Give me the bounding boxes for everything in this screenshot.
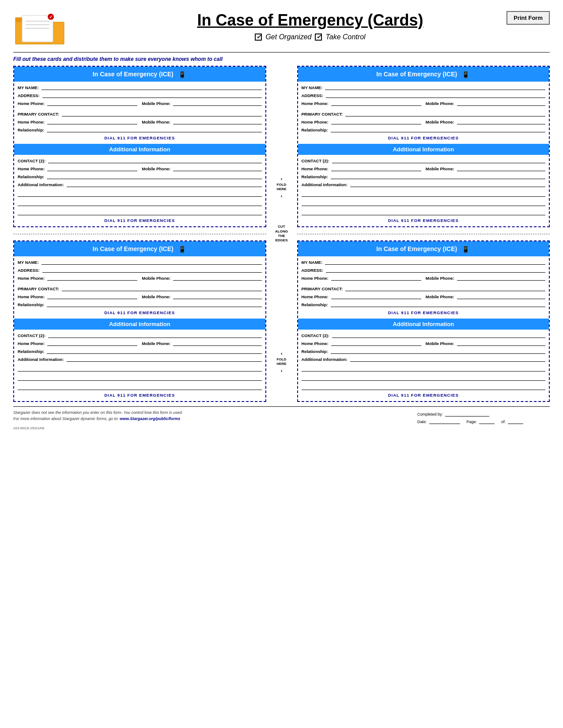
primary-contact-label-2: PRIMARY CONTACT: (302, 112, 343, 116)
pc-home-input-4[interactable] (331, 293, 421, 299)
pc-home-input-3[interactable] (47, 293, 137, 299)
name-label-1: MY NAME: (18, 85, 39, 90)
address-input-2[interactable] (326, 92, 545, 98)
blank-line-4b[interactable] (302, 373, 546, 381)
add-info-field-row-2: Additional Information: (302, 181, 546, 187)
c2-relationship-input-1[interactable] (47, 173, 261, 179)
address-input-3[interactable] (42, 266, 262, 273)
add-info-field-input-1[interactable] (67, 181, 262, 187)
home-phone-part-1: Home Phone: (18, 100, 137, 106)
mobile-phone-input-3[interactable] (173, 274, 261, 281)
contact2-input-1[interactable] (48, 157, 261, 163)
contact2-input-2[interactable] (332, 157, 545, 163)
cards-grid: In Case of Emergency (ICE) 📱 MY NAME: AD… (13, 66, 550, 402)
blank-line-3c[interactable] (18, 382, 262, 390)
relationship-input-2[interactable] (331, 126, 545, 132)
pc-mobile-input-1[interactable] (173, 118, 261, 124)
blank-line-3a[interactable] (18, 364, 262, 372)
name-input-2[interactable] (325, 84, 545, 90)
blank-line-3b[interactable] (18, 373, 262, 381)
add-info-field-input-3[interactable] (67, 356, 262, 362)
mobile-phone-part-4: Mobile Phone: (426, 274, 545, 281)
home-phone-input-2[interactable] (331, 100, 421, 106)
c2-mobile-input-1[interactable] (173, 165, 261, 171)
print-button[interactable]: Print Form (506, 11, 550, 25)
c2-mobile-part-2: Mobile Phone: (426, 165, 545, 171)
fold-marker-bottom: ‹ FOLDHERE › (276, 351, 286, 373)
add-info-field-label-4: Additional Information: (302, 357, 348, 362)
c2-mobile-input-4[interactable] (457, 340, 545, 346)
top-row: In Case of Emergency (ICE) 📱 MY NAME: AD… (13, 66, 550, 227)
contact2-input-4[interactable] (332, 332, 545, 338)
contact2-input-3[interactable] (48, 332, 261, 338)
c2-mobile-input-2[interactable] (457, 165, 545, 171)
contact2-row-1: CONTACT (2): (18, 157, 262, 163)
add-info-field-input-4[interactable] (350, 356, 545, 362)
relationship-input-1[interactable] (47, 126, 261, 132)
c2-home-input-3[interactable] (47, 340, 137, 346)
pc-mobile-part-4: Mobile Phone: (426, 293, 545, 299)
pc-home-part-3: Home Phone: (18, 293, 137, 299)
primary-contact-input-2[interactable] (345, 110, 545, 116)
pc-mobile-input-3[interactable] (173, 293, 261, 299)
disclaimer-text: Stargazer does not see the information y… (13, 410, 183, 415)
primary-contact-input-1[interactable] (62, 110, 262, 116)
relationship-input-4[interactable] (331, 301, 545, 307)
primary-contact-input-3[interactable] (62, 285, 262, 291)
c2-relationship-input-4[interactable] (331, 348, 545, 354)
of-input[interactable] (508, 418, 523, 424)
blank-line-1a[interactable] (18, 189, 262, 197)
home-phone-input-3[interactable] (47, 274, 137, 281)
c2-home-input-2[interactable] (331, 165, 421, 171)
c2-mobile-input-3[interactable] (173, 340, 261, 346)
c2-relationship-row-2: Relationship: (302, 173, 546, 179)
c2-home-input-1[interactable] (47, 165, 137, 171)
blank-line-2c[interactable] (302, 207, 546, 215)
pc-mobile-input-4[interactable] (457, 293, 545, 299)
c2-mobile-part-3: Mobile Phone: (142, 340, 261, 346)
c2-relationship-row-1: Relationship: (18, 173, 262, 179)
page-input[interactable] (479, 418, 495, 424)
name-label-2: MY NAME: (302, 85, 323, 90)
website-link[interactable]: www.Stargazer.org/public/forms (120, 417, 180, 421)
pc-home-input-1[interactable] (47, 118, 137, 124)
contact2-label-2: CONTACT (2): (302, 158, 329, 163)
date-input[interactable] (429, 418, 460, 424)
c2-phone-row-1: Home Phone: Mobile Phone: (18, 165, 262, 171)
address-input-1[interactable] (42, 92, 262, 98)
blank-line-2b[interactable] (302, 198, 546, 206)
phone-row-1: Home Phone: Mobile Phone: (18, 100, 262, 106)
mobile-phone-input-4[interactable] (457, 274, 545, 281)
pc-mobile-input-2[interactable] (457, 118, 545, 124)
blank-line-1c[interactable] (18, 207, 262, 215)
c2-home-input-4[interactable] (331, 340, 421, 346)
name-input-4[interactable] (325, 259, 545, 265)
pc-home-input-2[interactable] (331, 118, 421, 124)
blank-line-4a[interactable] (302, 364, 546, 372)
completed-by-input[interactable] (445, 410, 489, 417)
c2-relationship-input-2[interactable] (331, 173, 545, 179)
pc-mobile-label-2: Mobile Phone: (426, 120, 454, 124)
relationship-input-3[interactable] (47, 301, 261, 307)
blank-line-1b[interactable] (18, 198, 262, 206)
c2-relationship-input-3[interactable] (47, 348, 261, 354)
phone-icon-1: 📱 (177, 69, 187, 79)
name-input-1[interactable] (42, 84, 262, 90)
card-1-header: In Case of Emergency (ICE) 📱 (14, 67, 265, 82)
home-phone-input-4[interactable] (331, 274, 421, 281)
contact2-label-1: CONTACT (2): (18, 158, 45, 163)
blank-line-4c[interactable] (302, 382, 546, 390)
add-info-field-input-2[interactable] (350, 181, 545, 187)
primary-contact-input-4[interactable] (345, 285, 545, 291)
address-input-4[interactable] (326, 266, 545, 273)
name-input-3[interactable] (42, 259, 262, 265)
add-info-header-1: Additional Information (14, 144, 265, 155)
home-phone-input-1[interactable] (47, 100, 137, 106)
footer: Stargazer does not see the information y… (13, 406, 550, 424)
mobile-phone-input-2[interactable] (457, 100, 545, 106)
blank-line-2a[interactable] (302, 189, 546, 197)
card-1-title: In Case of Emergency (ICE) (93, 71, 174, 78)
arrow-right-top: › (281, 193, 283, 199)
mobile-phone-input-1[interactable] (173, 100, 261, 106)
primary-contact-row-2: PRIMARY CONTACT: (302, 110, 546, 116)
